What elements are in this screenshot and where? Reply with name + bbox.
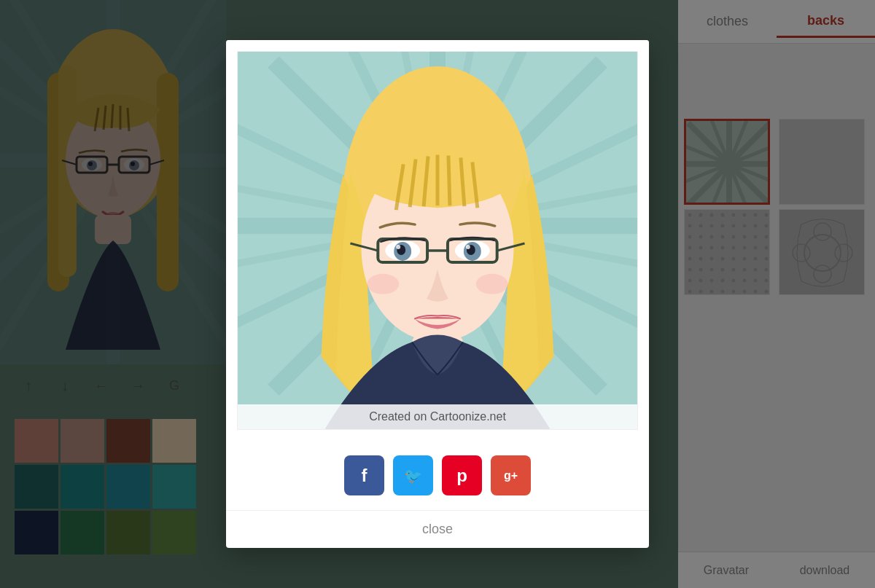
facebook-btn[interactable]: f (344, 455, 384, 495)
modal-dialog: Created on Cartoonize.net f 🐦 p g+ close (226, 40, 649, 548)
gplus-icon: g+ (504, 469, 518, 482)
svg-point-85 (396, 245, 400, 249)
svg-line-71 (448, 155, 450, 205)
social-buttons-row: f 🐦 p g+ (226, 441, 649, 510)
modal-overlay: Created on Cartoonize.net f 🐦 p g+ close (0, 0, 875, 588)
twitter-btn[interactable]: 🐦 (393, 455, 433, 495)
avatar-svg (238, 52, 637, 429)
gplus-btn[interactable]: g+ (491, 455, 531, 495)
close-button[interactable]: close (422, 522, 453, 537)
pinterest-btn[interactable]: p (442, 455, 482, 495)
watermark-text: Created on Cartoonize.net (238, 404, 637, 429)
cartoon-image: Created on Cartoonize.net (237, 51, 638, 430)
facebook-icon: f (362, 466, 368, 486)
svg-point-88 (476, 274, 508, 294)
modal-image-container: Created on Cartoonize.net (226, 40, 649, 441)
pinterest-icon: p (456, 466, 467, 486)
twitter-icon: 🐦 (404, 467, 422, 485)
svg-point-87 (367, 274, 399, 294)
modal-close-row: close (226, 510, 649, 548)
svg-point-86 (466, 245, 470, 249)
